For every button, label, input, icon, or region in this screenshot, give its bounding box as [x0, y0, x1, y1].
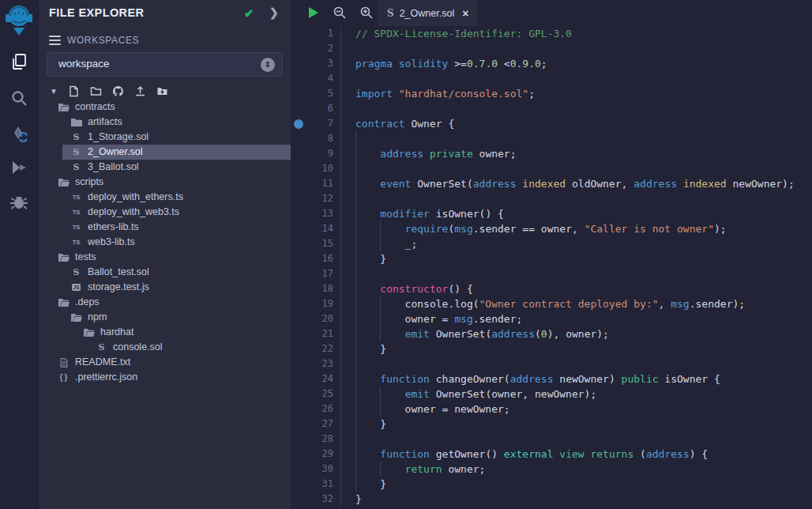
line-number[interactable]: 16 [291, 251, 333, 266]
code-line[interactable]: 25 emit OwnerSet(owner, newOwner); [291, 386, 812, 402]
code-line[interactable]: 11 event OwnerSet(address indexed oldOwn… [291, 176, 812, 191]
line-number[interactable]: 15 [291, 236, 333, 251]
tree-item-deploy-with-web3-ts[interactable]: TSdeploy_with_web3.ts [39, 205, 291, 220]
code-line[interactable]: 20 owner = msg.sender; [291, 311, 812, 326]
tab-close-icon[interactable]: × [462, 7, 468, 20]
line-number[interactable]: 22 [291, 341, 333, 356]
search-icon[interactable] [9, 89, 28, 107]
new-file-icon[interactable] [68, 85, 80, 97]
tree-item-storage-test-js[interactable]: JSstorage.test.js [39, 280, 291, 295]
line-number[interactable]: 11 [291, 176, 333, 191]
tree-item-console-sol[interactable]: Sconsole.sol [39, 340, 291, 355]
code-line[interactable]: 18 constructor() { [291, 281, 812, 296]
line-number[interactable]: 7 [291, 116, 333, 131]
collapse-caret-icon[interactable]: ▼ [50, 87, 58, 96]
code-line[interactable]: 26 owner = newOwner; [291, 402, 812, 417]
code-line[interactable]: 1// SPDX-License-Identifier: GPL-3.0 [291, 26, 812, 41]
line-number[interactable]: 26 [291, 402, 333, 417]
line-number[interactable]: 32 [291, 492, 333, 507]
hamburger-menu-icon[interactable] [49, 33, 61, 47]
line-number[interactable]: 3 [291, 56, 333, 71]
line-number[interactable]: 12 [291, 191, 333, 206]
line-number[interactable]: 6 [291, 101, 333, 116]
line-number[interactable]: 28 [291, 432, 333, 447]
run-script-icon[interactable] [306, 6, 320, 20]
new-folder-icon[interactable] [90, 85, 102, 97]
line-number[interactable]: 25 [291, 386, 333, 402]
code-line[interactable]: 8 [291, 131, 812, 146]
code-line[interactable]: 21 emit OwnerSet(address(0), owner); [291, 326, 812, 341]
tree-item-artifacts[interactable]: artifacts [39, 115, 291, 130]
tree-item-ethers-lib-ts[interactable]: TSethers-lib.ts [39, 220, 291, 235]
line-number[interactable]: 4 [291, 71, 333, 86]
workspace-select[interactable]: workspace ⇕ [47, 52, 283, 77]
line-number[interactable]: 13 [291, 206, 333, 221]
zoom-in-icon[interactable] [359, 6, 374, 20]
line-number[interactable]: 9 [291, 146, 333, 161]
code-line[interactable]: 3pragma solidity >=0.7.0 <0.9.0; [291, 56, 812, 71]
code-line[interactable]: 27 } [291, 417, 812, 432]
code-line[interactable]: 7contract Owner { [291, 116, 812, 131]
line-number[interactable]: 2 [291, 41, 333, 56]
code-line[interactable]: 12 [291, 191, 812, 206]
code-line[interactable]: 2 [291, 41, 812, 56]
line-number[interactable]: 17 [291, 266, 333, 281]
tree-item-tests[interactable]: tests [39, 250, 291, 265]
code-line[interactable]: 9 address private owner; [291, 146, 812, 161]
tree-item-npm[interactable]: npm [39, 310, 291, 325]
tree-item-1-storage-sol[interactable]: S1_Storage.sol [39, 130, 291, 145]
github-clone-icon[interactable] [112, 85, 124, 97]
code-line[interactable]: 31 } [291, 477, 812, 492]
code-line[interactable]: 24 function changeOwner(address newOwner… [291, 371, 812, 386]
code-editor[interactable]: 1// SPDX-License-Identifier: GPL-3.023pr… [291, 26, 812, 509]
tree-item-contracts[interactable]: contracts [39, 100, 291, 115]
deploy-run-icon[interactable] [9, 158, 28, 177]
code-line[interactable]: 5import "hardhat/console.sol"; [291, 86, 812, 101]
line-number[interactable]: 27 [291, 417, 333, 432]
line-number[interactable]: 1 [291, 26, 333, 41]
line-number[interactable]: 29 [291, 447, 333, 462]
line-number[interactable]: 31 [291, 477, 333, 492]
code-line[interactable]: 32} [291, 492, 812, 507]
tree-item-deploy-with-ethers-ts[interactable]: TSdeploy_with_ethers.ts [39, 190, 291, 205]
code-line[interactable]: 23 [291, 356, 812, 371]
upload-folder-icon[interactable] [156, 85, 168, 97]
tree-item--prettierrc-json[interactable]: { }.prettierrc.json [39, 370, 291, 385]
line-number[interactable]: 5 [291, 86, 333, 101]
code-line[interactable]: 15 _; [291, 236, 812, 251]
code-line[interactable]: 16 } [291, 251, 812, 266]
tree-item-scripts[interactable]: scripts [39, 175, 291, 190]
upload-file-icon[interactable] [134, 85, 146, 97]
debugger-icon[interactable] [9, 192, 28, 211]
line-number[interactable]: 14 [291, 221, 333, 236]
line-number[interactable]: 21 [291, 326, 333, 341]
tree-item-readme-txt[interactable]: README.txt [39, 355, 291, 370]
line-number[interactable]: 20 [291, 311, 333, 326]
chevron-right-icon[interactable]: ❯ [269, 6, 279, 19]
tab-2-owner-sol[interactable]: S 2_Owner.sol × [378, 0, 478, 26]
code-line[interactable]: 10 [291, 161, 812, 176]
code-line[interactable]: 13 modifier isOwner() { [291, 206, 812, 221]
line-number[interactable]: 30 [291, 462, 333, 477]
line-number[interactable]: 10 [291, 161, 333, 176]
solidity-compiler-icon[interactable] [9, 125, 28, 144]
code-line[interactable]: 30 return owner; [291, 462, 812, 477]
workspace-sort-icon[interactable]: ⇕ [261, 58, 275, 72]
code-line[interactable]: 29 function getOwner() external view ret… [291, 447, 812, 462]
line-number[interactable]: 24 [291, 371, 333, 386]
code-line[interactable]: 17 [291, 266, 812, 281]
code-line[interactable]: 22 } [291, 341, 812, 356]
code-line[interactable]: 19 console.log("Owner contract deployed … [291, 296, 812, 311]
line-number[interactable]: 19 [291, 296, 333, 311]
check-icon[interactable]: ✔ [244, 6, 254, 21]
zoom-out-icon[interactable] [333, 6, 347, 20]
tree-item-ballot-test-sol[interactable]: SBallot_test.sol [39, 265, 291, 280]
tree-item-web3-lib-ts[interactable]: TSweb3-lib.ts [39, 235, 291, 250]
code-line[interactable]: 4 [291, 71, 812, 86]
line-number[interactable]: 18 [291, 281, 333, 296]
tree-item-hardhat[interactable]: hardhat [39, 325, 291, 340]
code-line[interactable]: 14 require(msg.sender == owner, "Caller … [291, 221, 812, 236]
tree-item-2-owner-sol[interactable]: S2_Owner.sol [39, 145, 291, 160]
code-line[interactable]: 28 [291, 432, 812, 447]
line-number[interactable]: 23 [291, 356, 333, 371]
